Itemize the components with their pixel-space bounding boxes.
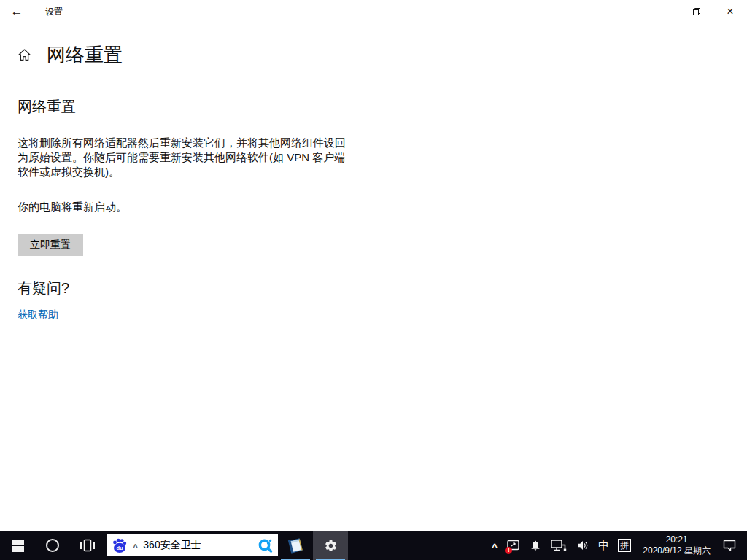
bell-icon <box>530 540 541 551</box>
close-button[interactable]: × <box>713 0 747 23</box>
home-icon <box>18 48 31 62</box>
cortana-button[interactable] <box>35 531 70 560</box>
close-icon: × <box>727 6 733 18</box>
notepad-icon <box>286 536 305 555</box>
settings-gear-icon <box>324 539 338 553</box>
alert-tray-button[interactable]: ! <box>502 531 525 560</box>
restore-icon <box>692 7 702 17</box>
baidu-paw-icon: du <box>112 537 128 553</box>
hidden-icons-button[interactable]: ∧ <box>487 531 502 560</box>
page-content: 网络重置 网络重置 这将删除所有网络适配器然后重新安装它们，并将其他网络组件设回… <box>0 23 747 322</box>
settings-app-button[interactable] <box>313 531 348 560</box>
network-tray-button[interactable] <box>546 531 572 560</box>
windows-logo-icon <box>12 540 24 552</box>
clock-time: 20:21 <box>643 534 711 545</box>
minimize-icon <box>659 12 667 12</box>
get-help-link[interactable]: 获取帮助 <box>18 308 58 322</box>
svg-text:du: du <box>116 545 123 551</box>
action-center-bubble-icon <box>722 538 737 553</box>
reset-now-button[interactable]: 立即重置 <box>18 234 83 256</box>
volume-tray-button[interactable] <box>572 531 594 560</box>
task-view-icon <box>80 538 96 553</box>
start-button[interactable] <box>0 531 35 560</box>
window-controls: × <box>646 0 747 23</box>
restore-button[interactable] <box>680 0 713 23</box>
volume-icon <box>576 539 589 552</box>
ime-pinyin-icon: 拼 <box>618 539 631 552</box>
minimize-button[interactable] <box>646 0 680 23</box>
action-center-button[interactable] <box>718 531 741 560</box>
clock[interactable]: 20:21 2020/9/12 星期六 <box>635 534 718 556</box>
alert-icon: ! <box>506 538 521 553</box>
titlebar: ← 设置 × <box>0 0 747 23</box>
reminder-tray-button[interactable] <box>525 531 546 560</box>
reset-description: 这将删除所有网络适配器然后重新安装它们，并将其他网络组件设回为原始设置。你随后可… <box>18 136 352 179</box>
taskbar-search-input[interactable]: du ∧ 360安全卫士 <box>107 534 278 556</box>
clock-date: 2020/9/12 星期六 <box>643 545 711 556</box>
restart-note: 你的电脑将重新启动。 <box>18 201 729 214</box>
search-chevron-up-icon: ∧ <box>132 542 139 550</box>
desktop-screen: ← 设置 × <box>0 0 747 560</box>
window-title: 设置 <box>45 6 63 18</box>
question-heading: 有疑问? <box>18 279 729 298</box>
ethernet-network-icon <box>550 538 568 553</box>
page-header: 网络重置 <box>18 42 729 68</box>
ime-language-label: 中 <box>598 539 609 553</box>
360-search-magnifier-icon <box>258 537 274 553</box>
settings-window: ← 设置 × <box>0 0 747 322</box>
task-view-button[interactable] <box>70 531 105 560</box>
chevron-up-icon: ∧ <box>490 541 499 551</box>
ime-language-button[interactable]: 中 <box>594 531 614 560</box>
page-title: 网络重置 <box>47 42 123 68</box>
notification-badge: ! <box>505 547 512 554</box>
ime-mode-button[interactable]: 拼 <box>614 531 635 560</box>
back-button[interactable]: ← <box>0 0 34 23</box>
search-query-text: 360安全卫士 <box>143 539 258 552</box>
system-tray: ∧ ! <box>487 531 747 560</box>
section-title: 网络重置 <box>18 97 729 117</box>
taskbar: du ∧ 360安全卫士 <box>0 531 747 560</box>
notepad-app-button[interactable] <box>278 531 313 560</box>
cortana-circle-icon <box>45 538 60 553</box>
